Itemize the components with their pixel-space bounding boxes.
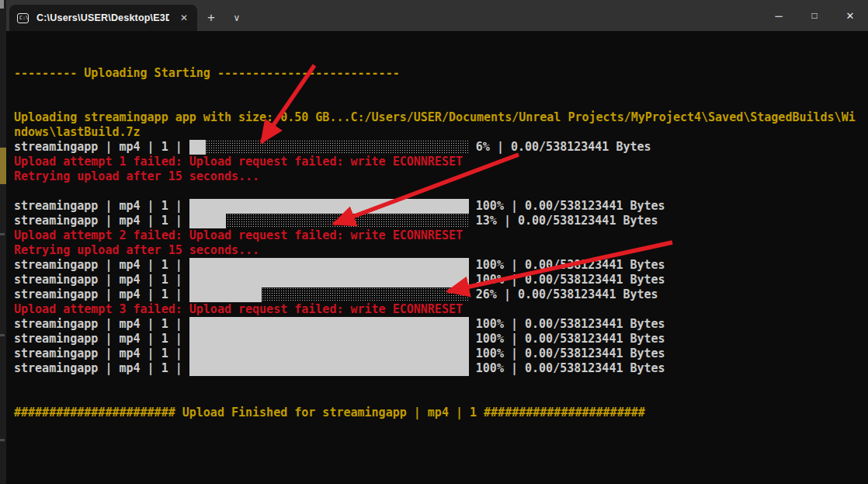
progress-label: streamingapp | mp4 | 1 | bbox=[14, 214, 189, 228]
terminal-line bbox=[14, 184, 868, 199]
terminal-line: Retrying upload after 15 seconds... bbox=[14, 169, 868, 184]
terminal-line bbox=[14, 81, 868, 96]
progress-fill bbox=[189, 332, 469, 346]
progress-status: 6% | 0.00/538123441 Bytes bbox=[469, 140, 651, 155]
minimize-icon: ─ bbox=[775, 10, 782, 22]
terminal-line: streamingapp | mp4 | 1 | 100% | 0.00/538… bbox=[14, 317, 868, 332]
progress-fill bbox=[189, 346, 469, 361]
progress-bar bbox=[189, 346, 469, 361]
progress-label: streamingapp | mp4 | 1 | bbox=[14, 361, 189, 376]
background-window-sliver bbox=[0, 0, 6, 484]
terminal-line: streamingapp | mp4 | 1 | 100% | 0.00/538… bbox=[14, 273, 868, 287]
terminal-line bbox=[14, 96, 868, 110]
progress-status: 13% | 0.00/538123441 Bytes bbox=[469, 214, 658, 228]
progress-status: 100% | 0.00/538123441 Bytes bbox=[469, 317, 665, 332]
terminal-line: streamingapp | mp4 | 1 | 13% | 0.00/5381… bbox=[14, 214, 868, 228]
progress-label: streamingapp | mp4 | 1 | bbox=[14, 287, 189, 302]
terminal-output[interactable]: --------- Uploading Starting -----------… bbox=[6, 31, 868, 484]
progress-status: 26% | 0.00/538123441 Bytes bbox=[469, 287, 658, 302]
progress-fill bbox=[189, 199, 469, 214]
sliver-mark bbox=[0, 439, 5, 441]
terminal-line bbox=[14, 391, 868, 406]
terminal-line: streamingapp | mp4 | 1 | 100% | 0.00/538… bbox=[14, 332, 868, 346]
terminal-line: Upload attempt 2 failed: Upload request … bbox=[14, 228, 868, 243]
progress-fill bbox=[189, 287, 262, 302]
new-tab-button[interactable]: + bbox=[197, 5, 225, 31]
titlebar: C:\ C:\Users\USER\Desktop\E3DS ✕ + ∨ ─ □… bbox=[6, 0, 868, 31]
terminal-line: streamingapp | mp4 | 1 | 100% | 0.00/538… bbox=[14, 199, 868, 214]
progress-bar bbox=[189, 273, 469, 287]
sliver-mark bbox=[0, 233, 5, 235]
maximize-icon: □ bbox=[811, 10, 817, 21]
progress-status: 100% | 0.00/538123441 Bytes bbox=[469, 332, 665, 346]
progress-bar bbox=[189, 214, 469, 228]
terminal-line: Upload attempt 1 failed: Upload request … bbox=[14, 155, 868, 169]
close-button[interactable]: ✕ bbox=[832, 0, 868, 31]
terminal-line: streamingapp | mp4 | 1 | 100% | 0.00/538… bbox=[14, 361, 868, 376]
progress-bar bbox=[189, 199, 469, 214]
terminal-line: streamingapp | mp4 | 1 | 100% | 0.00/538… bbox=[14, 346, 868, 361]
progress-status: 100% | 0.00/538123441 Bytes bbox=[469, 273, 665, 287]
terminal-tab[interactable]: C:\ C:\Users\USER\Desktop\E3DS ✕ bbox=[9, 5, 197, 31]
minimize-button[interactable]: ─ bbox=[761, 0, 797, 31]
terminal-line bbox=[14, 37, 868, 51]
plus-icon: + bbox=[207, 10, 215, 26]
tab-title: C:\Users\USER\Desktop\E3DS bbox=[36, 12, 169, 23]
progress-fill bbox=[189, 140, 207, 155]
progress-fill bbox=[189, 317, 469, 332]
progress-bar bbox=[189, 317, 469, 332]
terminal-line bbox=[14, 51, 868, 66]
progress-status: 100% | 0.00/538123441 Bytes bbox=[469, 361, 665, 376]
sliver-mark bbox=[0, 334, 5, 336]
progress-fill bbox=[189, 214, 226, 228]
progress-status: 100% | 0.00/538123441 Bytes bbox=[469, 258, 665, 273]
progress-label: streamingapp | mp4 | 1 | bbox=[14, 140, 189, 155]
tab-dropdown-button[interactable]: ∨ bbox=[225, 5, 248, 31]
windows-terminal-window: { "titlebar": { "tab_title": "C:\\Users\… bbox=[0, 0, 868, 484]
progress-bar bbox=[189, 140, 469, 155]
progress-label: streamingapp | mp4 | 1 | bbox=[14, 317, 189, 332]
tab-close-icon[interactable]: ✕ bbox=[177, 11, 191, 25]
terminal-line: Upload attempt 3 failed: Upload request … bbox=[14, 302, 868, 317]
terminal-line: streamingapp | mp4 | 1 | 6% | 0.00/53812… bbox=[14, 140, 868, 155]
progress-label: streamingapp | mp4 | 1 | bbox=[14, 199, 189, 214]
progress-bar bbox=[189, 258, 469, 273]
progress-bar bbox=[189, 287, 469, 302]
close-icon: ✕ bbox=[846, 10, 855, 22]
terminal-line bbox=[14, 376, 868, 391]
progress-fill bbox=[189, 361, 469, 376]
progress-fill bbox=[189, 273, 469, 287]
terminal-line: --------- Uploading Starting -----------… bbox=[14, 66, 868, 81]
sliver-highlight-top bbox=[0, 0, 4, 9]
progress-status: 100% | 0.00/538123441 Bytes bbox=[469, 199, 665, 214]
terminal-line: streamingapp | mp4 | 1 | 100% | 0.00/538… bbox=[14, 258, 868, 273]
progress-label: streamingapp | mp4 | 1 | bbox=[14, 273, 189, 287]
progress-label: streamingapp | mp4 | 1 | bbox=[14, 332, 189, 346]
cmd-prompt-icon: C:\ bbox=[17, 13, 29, 23]
progress-label: streamingapp | mp4 | 1 | bbox=[14, 346, 189, 361]
progress-fill bbox=[189, 258, 469, 273]
terminal-line: ####################### Upload Finished … bbox=[14, 406, 868, 420]
progress-bar bbox=[189, 361, 469, 376]
sliver-selection-block bbox=[0, 148, 6, 184]
chevron-down-icon: ∨ bbox=[234, 12, 241, 23]
terminal-line: ndows\lastBuild.7z bbox=[14, 125, 868, 140]
terminal-line: streamingapp | mp4 | 1 | 26% | 0.00/5381… bbox=[14, 287, 868, 302]
terminal-line: Retrying upload after 15 seconds... bbox=[14, 243, 868, 258]
progress-label: streamingapp | mp4 | 1 | bbox=[14, 258, 189, 273]
terminal-line: Uploading streamingapp app with size: 0.… bbox=[14, 110, 868, 125]
progress-status: 100% | 0.00/538123441 Bytes bbox=[469, 346, 665, 361]
progress-bar bbox=[189, 332, 469, 346]
maximize-button[interactable]: □ bbox=[797, 0, 832, 31]
